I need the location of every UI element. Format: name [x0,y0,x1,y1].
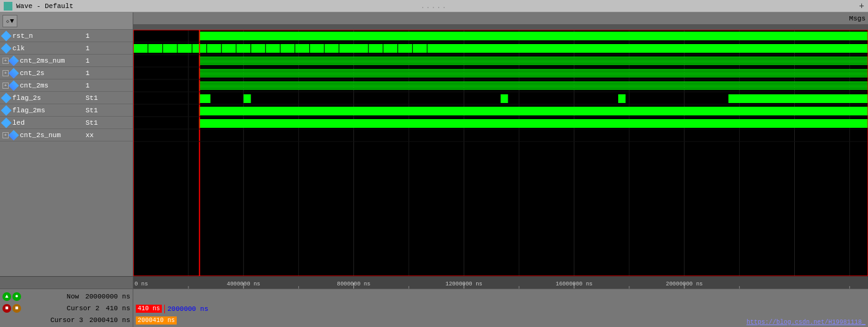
signal-icon-cnt_2ms [9,80,19,91]
timeline-ruler: 0 ns 4000000 ns 8000000 ns 12000000 ns 1… [133,276,868,289]
svg-rect-39 [200,63,868,65]
status-icons-now: ▲ ● [2,292,21,301]
cursor2-line [164,305,165,313]
signal-icon-cnt_2s [9,68,19,78]
content-area: rst_n 1 clk 1 + cnt_2ms_num [0,30,868,276]
signal-value-cnt_2s_num: xx [83,132,130,139]
signal-row-cnt_2s_num[interactable]: + cnt_2s_num xx [0,129,133,141]
signal-value-cnt_2ms: 1 [83,82,130,89]
signal-name-col-cnt_2s: + cnt_2s [2,69,83,77]
ruler-label-0: 0 ns [135,281,148,287]
signal-icon-rst_n [1,30,12,41]
cursor2-label: Cursor 2 [67,305,100,312]
status-row-now: ▲ ● Now 20000000 ns [2,290,130,302]
now-label: Now [67,293,79,300]
signal-icon-flag_2s [1,92,12,103]
timeline-status-area: 410 ns 2000000 ns 2000410 ns https://blo… [133,289,868,327]
ruler-label-4M: 4000000 ns [227,281,260,287]
signal-name-flag_2s: flag_2s [12,94,83,102]
signal-name-rst_n: rst_n [12,32,83,40]
signal-icon-cnt_2ms_num [9,55,19,66]
svg-rect-54 [200,119,868,128]
status-left: ▲ ● Now 20000000 ns ■ ■ Cursor 2 410 ns [0,289,133,327]
signal-name-col-cnt_2s_num: + cnt_2s_num [2,132,83,139]
signal-name-col-flag_2ms: flag_2ms [2,107,83,114]
cursor3-value: 2000410 ns [89,316,130,324]
toolbar: ⬦▼ [0,12,133,30]
signal-row-cnt_2s[interactable]: + cnt_2s 1 [0,67,133,79]
svg-rect-53 [200,107,868,115]
signal-value-cnt_2ms_num: 1 [83,57,130,65]
signal-icon-cnt_2s_num [9,130,19,140]
signal-row-clk[interactable]: clk 1 [0,42,133,55]
status-row-cursor3: Cursor 3 2000410 ns [2,314,130,326]
signal-value-led: St1 [83,119,130,127]
status-row-cursor2: ■ ■ Cursor 2 410 ns [2,302,130,314]
signal-icon-flag_2ms [1,105,12,115]
msgs-header: Msgs [133,12,868,25]
now-value: 20000000 ns [85,293,130,300]
cursor2-value: 410 ns [105,305,130,312]
cursor2-time: 2000000 ns [167,305,208,313]
signal-list: rst_n 1 clk 1 + cnt_2ms_num [0,30,133,276]
svg-rect-47 [200,88,868,89]
signal-row-cnt_2ms[interactable]: + cnt_2ms 1 [0,79,133,92]
main-container: ⬦▼ Msgs rst_n 1 clk [0,12,868,327]
signal-panel: rst_n 1 clk 1 + cnt_2ms_num [0,30,133,276]
svg-rect-43 [200,76,868,77]
ruler-label-8M: 8000000 ns [337,281,370,287]
svg-rect-16 [133,44,868,53]
signal-value-flag_2ms: St1 [83,107,130,114]
cursor3-label: Cursor 3 [50,316,83,324]
waveform-area[interactable] [133,30,868,276]
cursor-info-row-1 [136,290,866,303]
timeline-left [0,276,133,289]
svg-rect-42 [200,73,868,74]
signal-name-col: rst_n [2,32,83,40]
signal-value-clk: 1 [83,45,130,52]
signal-name-col-cnt_2ms: + cnt_2ms [2,82,83,89]
status-bar: ▲ ● Now 20000000 ns ■ ■ Cursor 2 410 ns [0,289,868,327]
status-icon-green-2[interactable]: ● [12,292,21,301]
ruler-label-16M: 16000000 ns [556,281,592,287]
cursor-info-row-2: 410 ns 2000000 ns [136,303,866,315]
svg-rect-45 [200,83,868,84]
timeline-row: 0 ns 4000000 ns 8000000 ns 12000000 ns 1… [0,276,868,289]
msgs-label: Msgs [849,15,866,22]
title-bar: Wave - Default ..... + [0,0,868,12]
attribution-link[interactable]: https://blog.csdn.net/H19981118_ [746,319,866,326]
signal-row-led[interactable]: led St1 [0,117,133,129]
signal-row-rst_n[interactable]: rst_n 1 [0,30,133,42]
cursor2-mark: 410 ns [136,305,162,313]
signal-name-cnt_2s: cnt_2s [20,69,83,77]
status-icon-red[interactable]: ■ [2,304,11,313]
svg-rect-48 [200,94,211,103]
add-tab-button[interactable]: + [859,1,864,11]
toolbar-dropdown[interactable]: ⬦▼ [2,15,17,27]
signal-row-flag_2ms[interactable]: flag_2ms St1 [0,104,133,117]
signal-name-cnt_2s_num: cnt_2s_num [20,132,83,139]
signal-row-flag_2s[interactable]: flag_2s St1 [0,92,133,104]
svg-rect-41 [200,71,868,72]
signal-name-col-led: led [2,119,83,127]
svg-rect-52 [728,94,868,103]
signal-value-cnt_2s: 1 [83,69,130,77]
signal-name-cnt_2ms: cnt_2ms [20,82,83,89]
svg-rect-15 [200,32,868,40]
signal-icon-led [1,117,12,128]
status-icon-green-1[interactable]: ▲ [2,292,11,301]
status-icon-orange[interactable]: ■ [12,304,21,313]
signal-value-rst_n: 1 [83,32,130,40]
waveform-svg [133,30,868,276]
cursor3-mark: 2000410 ns [136,316,177,325]
svg-rect-37 [200,58,868,60]
signal-row-cnt_2ms_num[interactable]: + cnt_2ms_num 1 [0,55,133,67]
wave-icon [4,2,12,11]
svg-rect-49 [244,94,251,103]
svg-rect-46 [200,86,868,87]
ruler-label-12M: 12000000 ns [446,281,482,287]
signal-name-col-clk: clk [2,45,83,52]
status-icons-c2: ■ ■ [2,304,21,313]
ruler-svg: 0 ns 4000000 ns 8000000 ns 12000000 ns 1… [133,277,868,289]
signal-name-col-flag_2s: flag_2s [2,94,83,102]
